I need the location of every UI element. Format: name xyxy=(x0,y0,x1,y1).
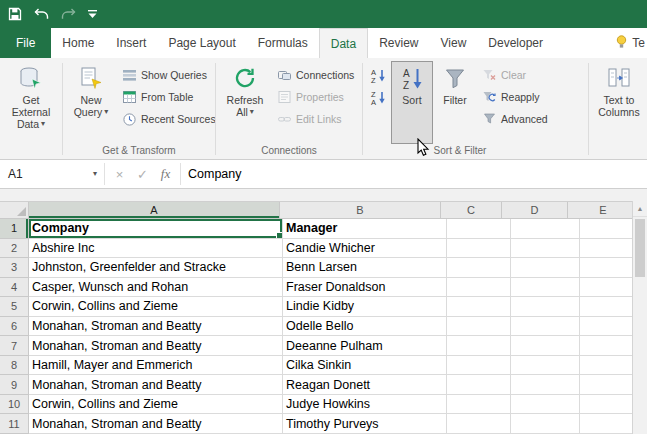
cell-c[interactable] xyxy=(447,317,511,337)
tab-formulas[interactable]: Formulas xyxy=(247,28,319,58)
cell-d[interactable] xyxy=(511,414,580,434)
cancel-icon[interactable]: × xyxy=(108,167,131,182)
cell-b[interactable]: Odelle Bello xyxy=(283,317,447,337)
tell-me-box[interactable]: Te xyxy=(616,28,647,58)
cell-b[interactable]: Manager xyxy=(283,219,447,239)
cell-d[interactable] xyxy=(511,395,580,415)
get-external-data-button[interactable]: Get External Data▾ xyxy=(2,61,60,159)
name-box[interactable]: A1 ▾ xyxy=(0,160,104,188)
cell-a[interactable]: Johnston, Greenfelder and Stracke xyxy=(29,258,283,278)
scroll-up-icon[interactable]: ▲ xyxy=(633,201,647,217)
cell-d[interactable] xyxy=(511,336,580,356)
cell-c[interactable] xyxy=(447,395,511,415)
column-header-d[interactable]: D xyxy=(502,202,568,219)
insert-function-icon[interactable]: fx xyxy=(154,166,177,182)
row-number[interactable]: 1 xyxy=(0,219,29,239)
row-number[interactable]: 11 xyxy=(0,414,29,434)
text-to-columns-button[interactable]: Text to Columns xyxy=(591,61,647,159)
cell-a[interactable]: Monahan, Stroman and Beatty xyxy=(29,336,283,356)
cell-b[interactable]: Lindie Kidby xyxy=(283,297,447,317)
cell-a[interactable]: Monahan, Stroman and Beatty xyxy=(29,375,283,395)
cell-a[interactable]: Monahan, Stroman and Beatty xyxy=(29,317,283,337)
cell-c[interactable] xyxy=(447,258,511,278)
cell-b[interactable]: Reagan Donett xyxy=(283,375,447,395)
redo-icon[interactable] xyxy=(61,8,76,20)
row-number[interactable]: 9 xyxy=(0,375,29,395)
tab-page-layout[interactable]: Page Layout xyxy=(157,28,246,58)
filter-button[interactable]: Filter xyxy=(433,61,477,144)
cell-b[interactable]: Fraser Donaldson xyxy=(283,278,447,298)
new-query-button[interactable]: New Query▾ xyxy=(65,61,117,144)
save-icon[interactable] xyxy=(8,7,22,21)
cell-b[interactable]: Timothy Purveys xyxy=(283,414,447,434)
cell-c[interactable] xyxy=(447,414,511,434)
cell-c[interactable] xyxy=(447,356,511,376)
cell-c[interactable] xyxy=(447,278,511,298)
cell-d[interactable] xyxy=(511,258,580,278)
cell-c[interactable] xyxy=(447,375,511,395)
cell-b[interactable]: Benn Larsen xyxy=(283,258,447,278)
customize-quick-access-icon[interactable] xyxy=(88,10,97,19)
column-header-a[interactable]: A xyxy=(29,202,280,219)
cell-a[interactable]: Monahan, Stroman and Beatty xyxy=(29,414,283,434)
enter-icon[interactable]: ✓ xyxy=(131,167,154,182)
row-number[interactable]: 4 xyxy=(0,278,29,298)
row-number[interactable]: 2 xyxy=(0,239,29,259)
sort-ascending-button[interactable]: AZ xyxy=(367,65,389,85)
vertical-scrollbar[interactable]: ▲ xyxy=(632,201,647,434)
cell-c[interactable] xyxy=(447,336,511,356)
cell-a[interactable]: Casper, Wunsch and Rohan xyxy=(29,278,283,298)
row-number[interactable]: 3 xyxy=(0,258,29,278)
row-number[interactable]: 10 xyxy=(0,395,29,415)
tab-home[interactable]: Home xyxy=(51,28,105,58)
cell-b[interactable]: Deeanne Pulham xyxy=(283,336,447,356)
formula-input[interactable]: Company xyxy=(181,160,647,188)
table-row: 8 Hamill, Mayer and Emmerich Cilka Sinki… xyxy=(0,356,647,376)
cell-d[interactable] xyxy=(511,297,580,317)
tell-me-label: Te xyxy=(632,36,645,50)
cell-c[interactable] xyxy=(447,239,511,259)
cell-c[interactable] xyxy=(447,219,511,239)
tab-developer[interactable]: Developer xyxy=(477,28,554,58)
cell-a[interactable]: Corwin, Collins and Zieme xyxy=(29,395,283,415)
sort-descending-button[interactable]: ZA xyxy=(367,87,389,107)
cell-a[interactable]: Abshire Inc xyxy=(29,239,283,259)
column-header-c[interactable]: C xyxy=(441,202,502,219)
row-number[interactable]: 8 xyxy=(0,356,29,376)
scrollbar-thumb[interactable] xyxy=(635,219,645,277)
cell-a[interactable]: Company xyxy=(29,219,283,239)
cell-b[interactable]: Judye Howkins xyxy=(283,395,447,415)
cell-d[interactable] xyxy=(511,317,580,337)
refresh-all-button[interactable]: Refresh All▾ xyxy=(218,61,272,144)
reapply-button[interactable]: Reapply xyxy=(477,86,555,108)
column-header-e[interactable]: E xyxy=(568,202,639,219)
show-queries-button[interactable]: Show Queries xyxy=(117,64,213,86)
column-header-b[interactable]: B xyxy=(280,202,441,219)
from-table-button[interactable]: From Table xyxy=(117,86,213,108)
row-number[interactable]: 5 xyxy=(0,297,29,317)
tab-review[interactable]: Review xyxy=(368,28,429,58)
cell-a[interactable]: Hamill, Mayer and Emmerich xyxy=(29,356,283,376)
cell-d[interactable] xyxy=(511,356,580,376)
cell-b[interactable]: Candie Whicher xyxy=(283,239,447,259)
select-all-corner[interactable] xyxy=(0,202,29,219)
tab-file[interactable]: File xyxy=(0,28,51,58)
cell-d[interactable] xyxy=(511,239,580,259)
undo-icon[interactable] xyxy=(34,8,49,20)
cell-d[interactable] xyxy=(511,219,580,239)
tab-data[interactable]: Data xyxy=(319,28,368,58)
advanced-filter-button[interactable]: Advanced xyxy=(477,108,555,130)
tab-insert[interactable]: Insert xyxy=(105,28,157,58)
cell-b[interactable]: Cilka Sinkin xyxy=(283,356,447,376)
cell-d[interactable] xyxy=(511,278,580,298)
cell-c[interactable] xyxy=(447,297,511,317)
recent-sources-button[interactable]: Recent Sources xyxy=(117,108,213,130)
tab-view[interactable]: View xyxy=(430,28,478,58)
row-number[interactable]: 7 xyxy=(0,336,29,356)
cell-a[interactable]: Corwin, Collins and Zieme xyxy=(29,297,283,317)
row-number[interactable]: 6 xyxy=(0,317,29,337)
cell-d[interactable] xyxy=(511,375,580,395)
connections-button[interactable]: Connections xyxy=(272,64,360,86)
sort-button[interactable]: AZ Sort xyxy=(391,61,433,144)
name-box-dropdown-icon[interactable]: ▾ xyxy=(93,170,97,178)
